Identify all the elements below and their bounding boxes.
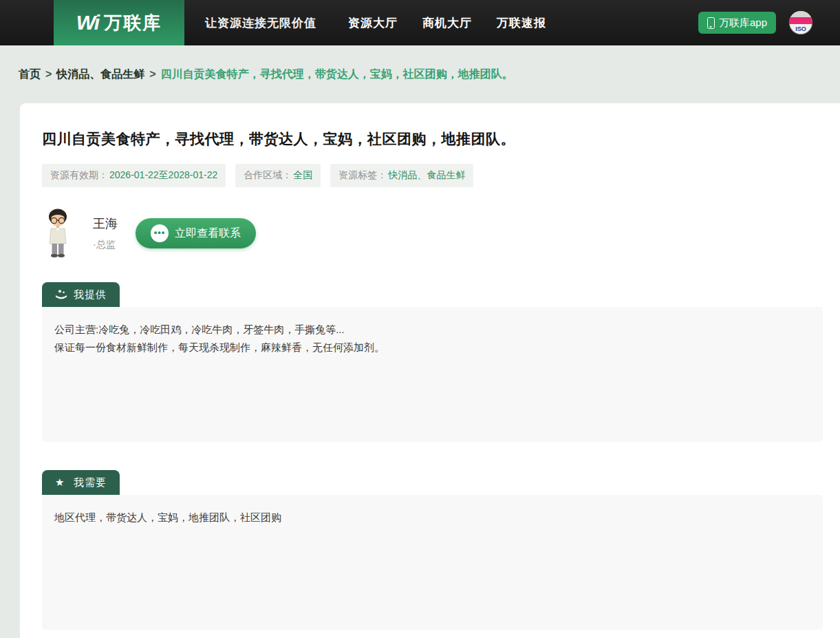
iso-badge-band — [789, 17, 812, 24]
view-contact-button[interactable]: ••• 立即查看联系 — [136, 218, 256, 248]
chat-dots: ••• — [154, 228, 166, 237]
navbar-right: 万联库app ISO — [698, 11, 840, 34]
app-download-button[interactable]: 万联库app — [698, 12, 776, 34]
contact-profile-row: 王海 ·总监 ••• 立即查看联系 — [42, 208, 823, 259]
breadcrumb: 首页 > 快消品、食品生鲜 > 四川自贡美食特产，寻找代理，带货达人，宝妈，社区… — [0, 45, 840, 103]
provide-text-line: 保证每一份食材新鲜制作，每天现杀现制作，麻辣鲜香，无任何添加剂。 — [54, 339, 810, 357]
provide-tab: 我提供 — [42, 282, 120, 307]
site-slogan: 让资源连接无限价值 — [205, 15, 316, 31]
site-logo[interactable]: Wi 万联库 — [54, 0, 184, 45]
meta-tag-labels: 资源标签： 快消品、食品生鲜 — [330, 164, 473, 187]
view-contact-label: 立即查看联系 — [175, 226, 241, 241]
iso-badge-top — [789, 11, 812, 17]
need-tab: ★ 我需要 — [42, 470, 120, 495]
iso-badge-bottom: ISO — [789, 24, 812, 34]
meta-label: 资源有效期： — [50, 169, 108, 182]
menu-item-business-hall[interactable]: 商机大厅 — [422, 15, 472, 31]
provide-text-line: 公司主营:冷吃兔，冷吃田鸡，冷吃牛肉，牙签牛肉，手撕兔等... — [54, 321, 810, 339]
contact-name: 王海 — [93, 215, 118, 232]
logo-text: 万联库 — [104, 11, 162, 35]
provide-tab-label: 我提供 — [74, 288, 107, 301]
need-text-line: 地区代理，带货达人，宝妈，地推团队，社区团购 — [54, 509, 810, 527]
breadcrumb-separator: > — [149, 68, 155, 81]
page-title: 四川自贡美食特产，寻找代理，带货达人，宝妈，社区团购，地推团队。 — [42, 129, 823, 149]
menu-item-express-news[interactable]: 万联速报 — [497, 15, 546, 31]
contact-info: 王海 ·总监 — [93, 215, 118, 251]
menu-item-resource-hall[interactable]: 资源大厅 — [348, 15, 398, 31]
meta-value: 全国 — [293, 169, 312, 182]
meta-label: 合作区域： — [244, 169, 292, 182]
meta-value: 快消品、食品生鲜 — [388, 169, 465, 182]
need-section: ★ 我需要 地区代理，带货达人，宝妈，地推团队，社区团购 — [42, 470, 823, 630]
breadcrumb-current-page: 四川自贡美食特产，寻找代理，带货达人，宝妈，社区团购，地推团队。 — [161, 67, 513, 82]
avatar — [42, 208, 74, 259]
app-button-label: 万联库app — [719, 17, 767, 30]
need-content-box: 地区代理，带货达人，宝妈，地推团队，社区团购 — [42, 495, 823, 630]
chat-bubble-icon: ••• — [151, 224, 169, 242]
meta-label: 资源标签： — [338, 169, 387, 182]
star-icon: ★ — [55, 477, 67, 488]
meta-tag-row: 资源有效期： 2026-01-22至2028-01-22 合作区域： 全国 资源… — [42, 164, 823, 187]
phone-icon — [707, 17, 715, 29]
offer-hand-icon — [55, 289, 67, 300]
need-tab-label: 我需要 — [74, 476, 107, 489]
provide-section: 我提供 公司主营:冷吃兔，冷吃田鸡，冷吃牛肉，牙签牛肉，手撕兔等... 保证每一… — [42, 282, 823, 442]
iso-certification-badge[interactable]: ISO — [789, 11, 812, 34]
logo-mark-icon: Wi — [76, 11, 98, 34]
breadcrumb-home[interactable]: 首页 — [19, 67, 41, 82]
breadcrumb-separator: > — [45, 68, 52, 81]
breadcrumb-category[interactable]: 快消品、食品生鲜 — [56, 67, 144, 82]
resource-detail-card: 四川自贡美食特产，寻找代理，带货达人，宝妈，社区团购，地推团队。 资源有效期： … — [20, 103, 840, 638]
iso-badge-text: ISO — [795, 26, 806, 32]
meta-value: 2026-01-22至2028-01-22 — [109, 169, 217, 182]
provide-content-box: 公司主营:冷吃兔，冷吃田鸡，冷吃牛肉，牙签牛肉，手撕兔等... 保证每一份食材新… — [42, 307, 823, 442]
meta-tag-validity: 资源有效期： 2026-01-22至2028-01-22 — [42, 164, 226, 187]
contact-job-title: ·总监 — [93, 239, 118, 251]
meta-tag-region: 合作区域： 全国 — [235, 164, 321, 187]
top-navbar: Wi 万联库 让资源连接无限价值 资源大厅 商机大厅 万联速报 万联库app I… — [0, 0, 840, 45]
main-menu: 资源大厅 商机大厅 万联速报 — [348, 15, 546, 31]
